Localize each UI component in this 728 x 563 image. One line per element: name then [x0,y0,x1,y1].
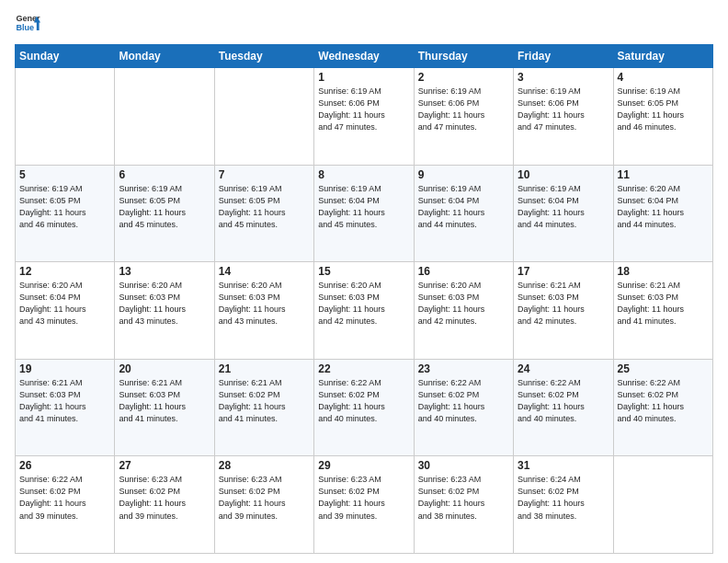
calendar-week-5: 26Sunrise: 6:22 AMSunset: 6:02 PMDayligh… [16,456,713,554]
calendar-week-3: 12Sunrise: 6:20 AMSunset: 6:04 PMDayligh… [16,262,713,360]
day-number: 19 [19,362,110,375]
day-number: 23 [418,362,509,375]
day-number: 7 [219,168,310,181]
day-info: Sunrise: 6:19 AMSunset: 6:05 PMDaylight:… [618,86,709,133]
calendar-cell [214,68,313,166]
day-info: Sunrise: 6:19 AMSunset: 6:05 PMDaylight:… [219,183,310,231]
day-info: Sunrise: 6:20 AMSunset: 6:03 PMDaylight:… [318,280,409,327]
calendar-cell: 26Sunrise: 6:22 AMSunset: 6:02 PMDayligh… [16,456,115,554]
calendar-cell: 6Sunrise: 6:19 AMSunset: 6:05 PMDaylight… [115,165,214,262]
calendar-cell: 30Sunrise: 6:23 AMSunset: 6:02 PMDayligh… [414,456,513,554]
day-info: Sunrise: 6:23 AMSunset: 6:02 PMDaylight:… [119,474,210,522]
day-info: Sunrise: 6:21 AMSunset: 6:03 PMDaylight:… [19,377,110,425]
day-number: 20 [119,362,210,375]
day-info: Sunrise: 6:19 AMSunset: 6:04 PMDaylight:… [518,183,609,231]
day-number: 3 [518,71,609,84]
calendar-cell: 14Sunrise: 6:20 AMSunset: 6:03 PMDayligh… [214,262,313,360]
day-info: Sunrise: 6:21 AMSunset: 6:03 PMDaylight:… [618,280,709,327]
calendar-cell: 29Sunrise: 6:23 AMSunset: 6:02 PMDayligh… [314,456,414,554]
day-number: 26 [19,459,110,472]
day-number: 17 [518,265,609,278]
day-info: Sunrise: 6:19 AMSunset: 6:06 PMDaylight:… [318,86,409,133]
calendar-cell: 15Sunrise: 6:20 AMSunset: 6:03 PMDayligh… [314,262,414,360]
calendar-cell: 9Sunrise: 6:19 AMSunset: 6:04 PMDaylight… [414,165,513,262]
day-number: 9 [418,168,509,181]
page: General Blue SundayMondayTuesdayWednesda… [0,0,728,563]
day-info: Sunrise: 6:19 AMSunset: 6:04 PMDaylight:… [318,183,409,231]
calendar-cell: 20Sunrise: 6:21 AMSunset: 6:03 PMDayligh… [115,359,214,456]
calendar-cell: 4Sunrise: 6:19 AMSunset: 6:05 PMDaylight… [613,68,712,166]
day-info: Sunrise: 6:22 AMSunset: 6:02 PMDaylight:… [518,377,609,425]
day-info: Sunrise: 6:19 AMSunset: 6:06 PMDaylight:… [518,86,609,133]
day-info: Sunrise: 6:23 AMSunset: 6:02 PMDaylight:… [318,474,409,522]
day-info: Sunrise: 6:19 AMSunset: 6:05 PMDaylight:… [119,183,210,231]
day-info: Sunrise: 6:21 AMSunset: 6:02 PMDaylight:… [219,377,310,425]
day-info: Sunrise: 6:19 AMSunset: 6:05 PMDaylight:… [19,183,110,231]
day-info: Sunrise: 6:21 AMSunset: 6:03 PMDaylight:… [518,280,609,327]
calendar-header-row: SundayMondayTuesdayWednesdayThursdayFrid… [16,45,713,68]
day-info: Sunrise: 6:23 AMSunset: 6:02 PMDaylight:… [418,474,509,522]
calendar-cell: 3Sunrise: 6:19 AMSunset: 6:06 PMDaylight… [514,68,613,166]
day-number: 10 [518,168,609,181]
calendar-header-saturday: Saturday [613,45,712,68]
day-number: 21 [219,362,310,375]
calendar-cell: 1Sunrise: 6:19 AMSunset: 6:06 PMDaylight… [314,68,414,166]
calendar-cell: 2Sunrise: 6:19 AMSunset: 6:06 PMDaylight… [414,68,513,166]
day-number: 31 [518,459,609,472]
day-number: 15 [318,265,409,278]
day-number: 4 [618,71,709,84]
logo-icon: General Blue [15,11,40,37]
calendar-header-thursday: Thursday [414,45,513,68]
logo: General Blue [15,11,40,37]
day-number: 2 [418,71,509,84]
calendar-header-wednesday: Wednesday [314,45,414,68]
day-number: 11 [618,168,709,181]
calendar-cell: 13Sunrise: 6:20 AMSunset: 6:03 PMDayligh… [115,262,214,360]
day-number: 30 [418,459,509,472]
calendar-cell: 8Sunrise: 6:19 AMSunset: 6:04 PMDaylight… [314,165,414,262]
day-number: 29 [318,459,409,472]
calendar-cell: 22Sunrise: 6:22 AMSunset: 6:02 PMDayligh… [314,359,414,456]
calendar-cell: 10Sunrise: 6:19 AMSunset: 6:04 PMDayligh… [514,165,613,262]
calendar-cell: 19Sunrise: 6:21 AMSunset: 6:03 PMDayligh… [16,359,115,456]
day-info: Sunrise: 6:22 AMSunset: 6:02 PMDaylight:… [618,377,709,425]
calendar-cell: 31Sunrise: 6:24 AMSunset: 6:02 PMDayligh… [514,456,613,554]
calendar-cell: 17Sunrise: 6:21 AMSunset: 6:03 PMDayligh… [514,262,613,360]
calendar-cell: 25Sunrise: 6:22 AMSunset: 6:02 PMDayligh… [613,359,712,456]
day-number: 16 [418,265,509,278]
day-number: 27 [119,459,210,472]
calendar-cell: 21Sunrise: 6:21 AMSunset: 6:02 PMDayligh… [214,359,313,456]
day-number: 8 [318,168,409,181]
calendar-cell [16,68,115,166]
day-number: 25 [618,362,709,375]
calendar-header-monday: Monday [115,45,214,68]
calendar-cell: 12Sunrise: 6:20 AMSunset: 6:04 PMDayligh… [16,262,115,360]
day-number: 22 [318,362,409,375]
calendar-cell [115,68,214,166]
day-info: Sunrise: 6:19 AMSunset: 6:06 PMDaylight:… [418,86,509,133]
day-info: Sunrise: 6:21 AMSunset: 6:03 PMDaylight:… [119,377,210,425]
day-info: Sunrise: 6:20 AMSunset: 6:04 PMDaylight:… [618,183,709,231]
day-info: Sunrise: 6:24 AMSunset: 6:02 PMDaylight:… [518,474,609,522]
calendar-cell: 18Sunrise: 6:21 AMSunset: 6:03 PMDayligh… [613,262,712,360]
day-info: Sunrise: 6:23 AMSunset: 6:02 PMDaylight:… [219,474,310,522]
day-info: Sunrise: 6:19 AMSunset: 6:04 PMDaylight:… [418,183,509,231]
day-number: 12 [19,265,110,278]
day-info: Sunrise: 6:22 AMSunset: 6:02 PMDaylight:… [418,377,509,425]
day-info: Sunrise: 6:20 AMSunset: 6:04 PMDaylight:… [19,280,110,327]
svg-text:Blue: Blue [16,23,34,32]
day-number: 1 [318,71,409,84]
calendar-cell: 5Sunrise: 6:19 AMSunset: 6:05 PMDaylight… [16,165,115,262]
calendar-cell: 24Sunrise: 6:22 AMSunset: 6:02 PMDayligh… [514,359,613,456]
calendar-cell: 16Sunrise: 6:20 AMSunset: 6:03 PMDayligh… [414,262,513,360]
day-info: Sunrise: 6:20 AMSunset: 6:03 PMDaylight:… [219,280,310,327]
day-number: 5 [19,168,110,181]
calendar-cell: 7Sunrise: 6:19 AMSunset: 6:05 PMDaylight… [214,165,313,262]
day-info: Sunrise: 6:20 AMSunset: 6:03 PMDaylight:… [119,280,210,327]
calendar-header-tuesday: Tuesday [214,45,313,68]
calendar-header-friday: Friday [514,45,613,68]
calendar: SundayMondayTuesdayWednesdayThursdayFrid… [15,44,713,554]
day-number: 14 [219,265,310,278]
day-info: Sunrise: 6:22 AMSunset: 6:02 PMDaylight:… [318,377,409,425]
calendar-cell: 27Sunrise: 6:23 AMSunset: 6:02 PMDayligh… [115,456,214,554]
